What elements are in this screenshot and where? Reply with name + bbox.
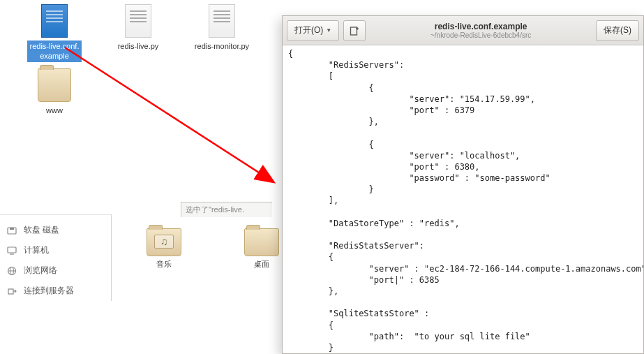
file-label: redis-monitor.py (192, 40, 252, 52)
file-manager: redis-live.conf. exampleredis-live.pyred… (0, 0, 272, 354)
file-icon-pane[interactable]: redis-live.conf. exampleredis-live.pyred… (0, 0, 272, 202)
document-icon (125, 4, 151, 38)
editor-title-block: redis-live.conf.example ~/nkrode-RedisLi… (370, 22, 592, 39)
sidebar-item-label: 软盘 磁盘 (24, 224, 59, 236)
network-icon (7, 266, 17, 276)
open-button-label: 打开(O) (294, 24, 323, 36)
editor-body[interactable]: { "RedisServers": [ { "server": "154.17.… (283, 45, 643, 354)
chevron-down-icon: ▼ (326, 27, 331, 34)
computer-icon (7, 246, 17, 256)
new-tab-icon (350, 26, 359, 36)
file-label: www (43, 105, 66, 116)
folder-icon (244, 228, 279, 256)
file-label: redis-live.py (115, 40, 162, 52)
sidebar-item-label: 连接到服务器 (24, 285, 74, 297)
svg-rect-1 (10, 228, 14, 230)
disk-icon (7, 226, 17, 235)
sidebar-item-label: 计算机 (24, 244, 49, 256)
svg-rect-2 (8, 247, 16, 253)
file-item[interactable]: redis-live.py (103, 4, 173, 52)
editor-subtitle: ~/nkrode-RedisLive-6debcb4/src (370, 31, 592, 39)
file-item[interactable]: redis-monitor.py (187, 4, 257, 52)
new-tab-button[interactable] (343, 20, 366, 41)
open-button[interactable]: 打开(O) ▼ (287, 20, 339, 41)
sidebar-item[interactable]: 计算机 (0, 240, 111, 260)
folder-icon (38, 68, 71, 102)
status-bar: 选中了"redis-live. (181, 202, 272, 217)
folder-icon-pane[interactable]: ♫音乐桌面 (112, 217, 272, 336)
folder-label: 音乐 (133, 259, 195, 270)
document-icon (209, 4, 235, 38)
sidebar-item-label: 浏览网络 (24, 265, 57, 276)
document-icon (41, 4, 68, 38)
sidebar-item[interactable]: 连接到服务器 (0, 281, 111, 301)
file-label: redis-live.conf. example (27, 40, 82, 62)
folder-icon: ♫ (147, 228, 181, 256)
folder-item[interactable]: ♫音乐 (133, 223, 195, 270)
save-button[interactable]: 保存(S) (596, 20, 639, 41)
sidebar: 软盘 磁盘计算机浏览网络连接到服务器 (0, 214, 112, 301)
connect-icon (7, 286, 17, 296)
file-item[interactable]: redis-live.conf. example (20, 4, 89, 62)
svg-rect-7 (8, 289, 13, 294)
sidebar-item[interactable]: 浏览网络 (0, 260, 111, 281)
file-item[interactable]: www (20, 63, 89, 116)
editor-title: redis-live.conf.example (370, 22, 592, 31)
save-button-label: 保存(S) (604, 24, 631, 36)
sidebar-item[interactable]: 软盘 磁盘 (0, 220, 111, 240)
editor-header: 打开(O) ▼ redis-live.conf.example ~/nkrode… (283, 16, 643, 45)
text-editor-window: 打开(O) ▼ redis-live.conf.example ~/nkrode… (282, 15, 644, 354)
